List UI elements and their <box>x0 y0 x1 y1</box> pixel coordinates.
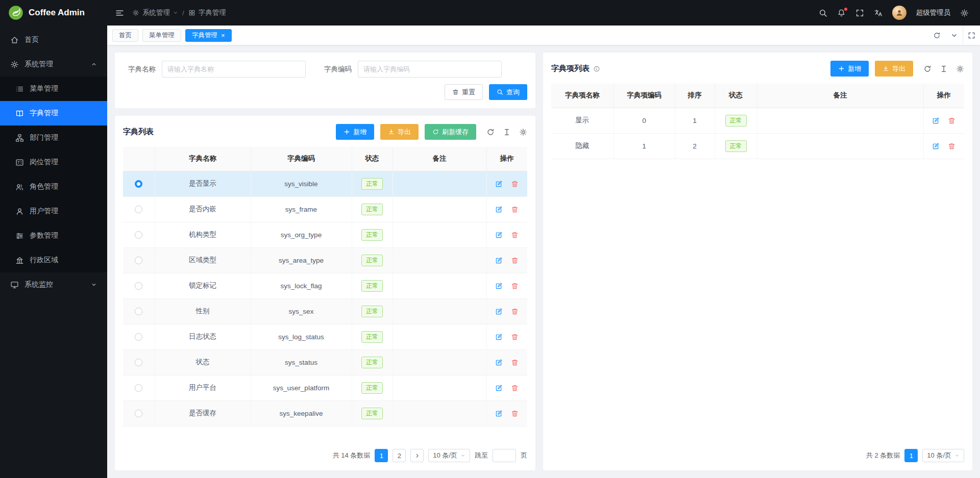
edit-icon[interactable] <box>495 180 503 188</box>
add-button[interactable]: 新增 <box>336 124 374 140</box>
row-radio[interactable] <box>135 231 142 239</box>
delete-icon[interactable] <box>511 410 519 417</box>
page-button-1[interactable]: 1 <box>375 449 388 462</box>
table-row[interactable]: 是否显示 sys_visible 正常 <box>123 171 527 196</box>
row-radio[interactable] <box>135 257 142 264</box>
page-size-select[interactable]: 10 条/页 <box>922 449 964 462</box>
query-button[interactable]: 查询 <box>489 84 527 100</box>
delete-icon[interactable] <box>511 384 519 392</box>
sidebar-item-region-mgmt[interactable]: 行政区域 <box>0 248 107 272</box>
edit-icon[interactable] <box>495 308 503 315</box>
sidebar-item-param-mgmt[interactable]: 参数管理 <box>0 223 107 248</box>
row-radio[interactable] <box>135 410 142 417</box>
table-row[interactable]: 是否内嵌 sys_frame 正常 <box>123 196 527 222</box>
row-radio[interactable] <box>135 333 142 341</box>
notification-bell-icon[interactable] <box>837 9 846 17</box>
sidebar-item-home[interactable]: 首页 <box>0 28 107 52</box>
table-row[interactable]: 用户平台 sys_user_platform 正常 <box>123 375 527 400</box>
next-page-button[interactable] <box>410 449 424 462</box>
delete-icon[interactable] <box>511 333 519 341</box>
reset-button[interactable]: 重置 <box>445 84 483 100</box>
tab-home[interactable]: 首页 <box>112 29 138 42</box>
column-settings-gear-icon[interactable] <box>956 65 964 73</box>
settings-gear-icon[interactable] <box>960 9 969 17</box>
sidebar-item-role-mgmt[interactable]: 角色管理 <box>0 174 107 199</box>
delete-icon[interactable] <box>511 282 519 290</box>
delete-icon[interactable] <box>511 231 519 239</box>
delete-icon[interactable] <box>948 142 955 150</box>
translate-icon[interactable] <box>874 9 883 17</box>
search-icon[interactable] <box>819 9 827 17</box>
username-label[interactable]: 超级管理员 <box>916 8 951 17</box>
table-row[interactable]: 隐藏 1 2 正常 <box>551 133 964 159</box>
item-remark <box>757 108 923 133</box>
density-icon[interactable] <box>940 65 948 73</box>
tabs-refresh-icon[interactable] <box>928 26 945 45</box>
table-row[interactable]: 锁定标记 sys_lock_flag 正常 <box>123 273 527 298</box>
refresh-icon[interactable] <box>486 128 495 136</box>
density-icon[interactable] <box>503 128 511 136</box>
dict-name-input[interactable] <box>162 61 306 78</box>
breadcrumb-system-mgmt[interactable]: 系统管理 <box>132 8 178 17</box>
edit-icon[interactable] <box>495 333 503 341</box>
page-button-2[interactable]: 2 <box>393 449 406 462</box>
edit-icon[interactable] <box>495 384 503 392</box>
delete-icon[interactable] <box>511 308 519 315</box>
refresh-cache-button[interactable]: 刷新缓存 <box>425 124 476 140</box>
page-size-select[interactable]: 10 条/页 <box>428 449 470 462</box>
table-row[interactable]: 区域类型 sys_area_type 正常 <box>123 247 527 273</box>
tab-menu-mgmt[interactable]: 菜单管理 <box>142 29 181 42</box>
sidebar-item-dict-mgmt[interactable]: 字典管理 <box>0 101 107 125</box>
edit-icon[interactable] <box>495 231 503 239</box>
refresh-icon[interactable] <box>923 65 932 73</box>
row-radio[interactable] <box>135 308 142 315</box>
row-radio[interactable] <box>135 180 142 188</box>
table-row[interactable]: 状态 sys_status 正常 <box>123 349 527 375</box>
edit-icon[interactable] <box>932 117 940 124</box>
delete-icon[interactable] <box>511 359 519 366</box>
table-row[interactable]: 日志状态 sys_log_status 正常 <box>123 324 527 349</box>
tab-close-icon[interactable]: × <box>221 32 225 39</box>
export-button[interactable]: 导出 <box>380 124 419 140</box>
app-logo[interactable]: Coffee Admin <box>0 0 107 26</box>
dict-code-input[interactable] <box>358 61 502 78</box>
delete-icon[interactable] <box>511 180 519 188</box>
row-radio[interactable] <box>135 206 142 213</box>
delete-icon[interactable] <box>511 257 519 264</box>
fullscreen-icon[interactable] <box>855 9 864 17</box>
avatar[interactable] <box>892 6 906 20</box>
edit-icon[interactable] <box>495 359 503 366</box>
edit-icon[interactable] <box>932 142 940 150</box>
add-item-button[interactable]: 新增 <box>830 61 869 77</box>
sidebar-item-system-mgmt[interactable]: 系统管理 <box>0 52 107 77</box>
sidebar-collapse-icon[interactable] <box>115 9 124 17</box>
table-row[interactable]: 显示 0 1 正常 <box>551 108 964 133</box>
tabs-dropdown-icon[interactable] <box>945 26 963 45</box>
sidebar-item-dept-mgmt[interactable]: 部门管理 <box>0 125 107 150</box>
jump-page-input[interactable] <box>493 449 516 462</box>
tab-dict-mgmt[interactable]: 字典管理 × <box>185 29 232 42</box>
id-card-icon <box>15 158 24 167</box>
sidebar-item-menu-mgmt[interactable]: 菜单管理 <box>0 77 107 101</box>
table-row[interactable]: 机构类型 sys_org_type 正常 <box>123 222 527 247</box>
sidebar-item-user-mgmt[interactable]: 用户管理 <box>0 199 107 223</box>
sidebar-item-system-monitor[interactable]: 系统监控 <box>0 272 107 297</box>
edit-icon[interactable] <box>495 257 503 264</box>
delete-icon[interactable] <box>511 206 519 213</box>
row-radio[interactable] <box>135 282 142 290</box>
edit-icon[interactable] <box>495 282 503 290</box>
edit-icon[interactable] <box>495 410 503 417</box>
sidebar-item-post-mgmt[interactable]: 岗位管理 <box>0 150 107 174</box>
column-settings-gear-icon[interactable] <box>519 128 527 136</box>
edit-icon[interactable] <box>495 206 503 213</box>
delete-icon[interactable] <box>948 117 955 124</box>
breadcrumb-dict-mgmt[interactable]: 字典管理 <box>188 8 226 17</box>
table-row[interactable]: 是否缓存 sys_keepalive 正常 <box>123 400 527 426</box>
row-radio[interactable] <box>135 384 142 392</box>
info-icon[interactable] <box>593 65 600 72</box>
page-button-1[interactable]: 1 <box>904 449 918 462</box>
row-radio[interactable] <box>135 359 142 366</box>
table-row[interactable]: 性别 sys_sex 正常 <box>123 298 527 324</box>
content-fullscreen-icon[interactable] <box>963 26 980 45</box>
export-items-button[interactable]: 导出 <box>875 61 913 77</box>
